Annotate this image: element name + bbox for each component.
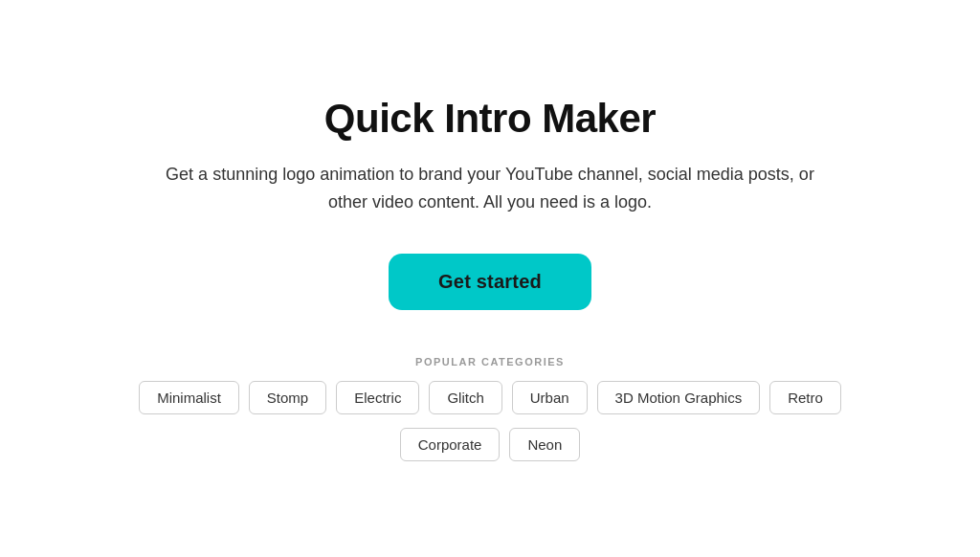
category-tag[interactable]: Urban (512, 381, 588, 414)
category-tag[interactable]: Electric (336, 381, 419, 414)
category-tag[interactable]: Stomp (249, 381, 326, 414)
category-tag[interactable]: Corporate (400, 428, 501, 461)
categories-label: POPULAR CATEGORIES (415, 356, 565, 368)
page-subtitle: Get a stunning logo animation to brand y… (155, 161, 825, 216)
categories-section: POPULAR CATEGORIES MinimalistStompElectr… (57, 356, 923, 461)
categories-row-2: CorporateNeon (400, 428, 581, 461)
category-tag[interactable]: Neon (509, 428, 580, 461)
main-container: Quick Intro Maker Get a stunning logo an… (0, 57, 980, 501)
page-title: Quick Intro Maker (324, 96, 656, 142)
categories-row-1: MinimalistStompElectricGlitchUrban3D Mot… (139, 381, 841, 414)
category-tag[interactable]: 3D Motion Graphics (597, 381, 761, 414)
category-tag[interactable]: Minimalist (139, 381, 239, 414)
category-tag[interactable]: Retro (769, 381, 841, 414)
get-started-button[interactable]: Get started (389, 254, 591, 310)
category-tag[interactable]: Glitch (429, 381, 501, 414)
